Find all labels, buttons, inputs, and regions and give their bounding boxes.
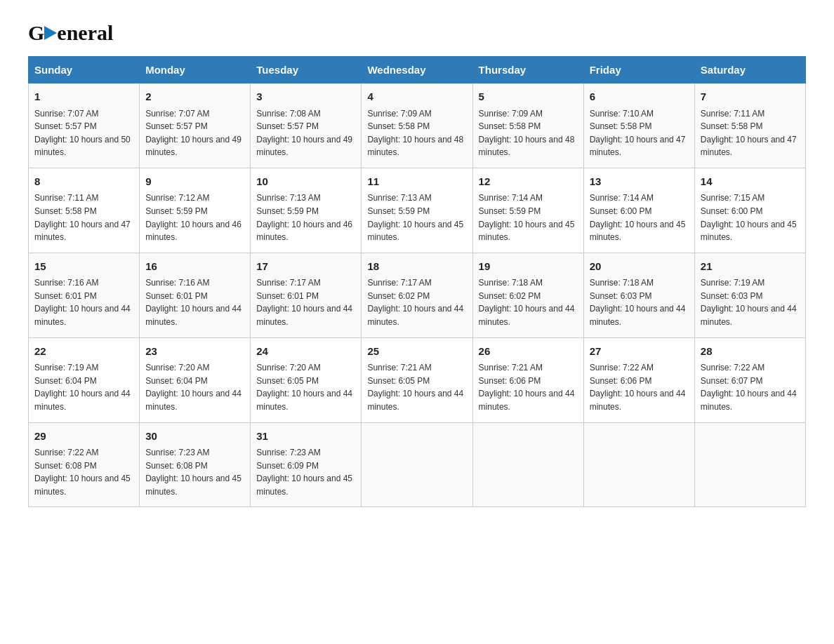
day-info: Sunrise: 7:11 AMSunset: 5:58 PMDaylight:… [34, 192, 133, 243]
calendar-week-row: 8Sunrise: 7:11 AMSunset: 5:58 PMDaylight… [29, 168, 806, 253]
calendar-cell: 15Sunrise: 7:16 AMSunset: 6:01 PMDayligh… [29, 253, 140, 337]
calendar-cell: 21Sunrise: 7:19 AMSunset: 6:03 PMDayligh… [694, 253, 805, 337]
day-number: 11 [367, 174, 466, 190]
logo: G eneral [28, 21, 113, 42]
day-info: Sunrise: 7:19 AMSunset: 6:03 PMDaylight:… [701, 276, 800, 328]
calendar-cell: 29Sunrise: 7:22 AMSunset: 6:08 PMDayligh… [29, 422, 140, 507]
day-number: 12 [479, 174, 578, 190]
day-info: Sunrise: 7:21 AMSunset: 6:06 PMDaylight:… [479, 361, 578, 413]
day-info: Sunrise: 7:15 AMSunset: 6:00 PMDaylight:… [701, 192, 800, 243]
day-info: Sunrise: 7:23 AMSunset: 6:08 PMDaylight:… [145, 446, 244, 498]
weekday-header-monday: Monday [140, 57, 251, 83]
logo-eneral-text: eneral [57, 21, 113, 45]
calendar-cell: 3Sunrise: 7:08 AMSunset: 5:57 PMDaylight… [251, 83, 362, 168]
day-info: Sunrise: 7:20 AMSunset: 6:05 PMDaylight:… [256, 361, 355, 413]
day-info: Sunrise: 7:19 AMSunset: 6:04 PMDaylight:… [34, 361, 133, 413]
calendar-cell [472, 422, 583, 507]
calendar-cell: 17Sunrise: 7:17 AMSunset: 6:01 PMDayligh… [251, 253, 362, 337]
day-info: Sunrise: 7:07 AMSunset: 5:57 PMDaylight:… [34, 107, 133, 159]
day-info: Sunrise: 7:22 AMSunset: 6:07 PMDaylight:… [701, 361, 800, 413]
calendar-cell: 31Sunrise: 7:23 AMSunset: 6:09 PMDayligh… [251, 422, 362, 507]
day-number: 19 [479, 259, 578, 275]
day-info: Sunrise: 7:18 AMSunset: 6:02 PMDaylight:… [479, 276, 578, 328]
logo-general-text: G [28, 21, 44, 45]
day-info: Sunrise: 7:11 AMSunset: 5:58 PMDaylight:… [701, 107, 800, 159]
day-info: Sunrise: 7:23 AMSunset: 6:09 PMDaylight:… [256, 446, 355, 498]
calendar-cell: 4Sunrise: 7:09 AMSunset: 5:58 PMDaylight… [362, 83, 472, 168]
weekday-header-saturday: Saturday [694, 57, 805, 83]
weekday-header-row: SundayMondayTuesdayWednesdayThursdayFrid… [29, 57, 806, 83]
day-info: Sunrise: 7:20 AMSunset: 6:04 PMDaylight:… [145, 361, 244, 413]
page-header: G eneral [28, 21, 806, 42]
day-number: 5 [479, 89, 578, 105]
calendar-cell: 20Sunrise: 7:18 AMSunset: 6:03 PMDayligh… [583, 253, 694, 337]
calendar-cell: 28Sunrise: 7:22 AMSunset: 6:07 PMDayligh… [694, 337, 805, 422]
day-number: 28 [701, 344, 800, 360]
weekday-header-wednesday: Wednesday [362, 57, 472, 83]
calendar-cell: 13Sunrise: 7:14 AMSunset: 6:00 PMDayligh… [583, 168, 694, 253]
day-number: 22 [34, 344, 133, 360]
day-info: Sunrise: 7:17 AMSunset: 6:01 PMDaylight:… [256, 276, 355, 328]
day-info: Sunrise: 7:16 AMSunset: 6:01 PMDaylight:… [145, 276, 244, 328]
day-number: 2 [145, 89, 244, 105]
day-info: Sunrise: 7:16 AMSunset: 6:01 PMDaylight:… [34, 276, 133, 328]
calendar-cell: 14Sunrise: 7:15 AMSunset: 6:00 PMDayligh… [694, 168, 805, 253]
calendar-cell: 23Sunrise: 7:20 AMSunset: 6:04 PMDayligh… [140, 337, 251, 422]
svg-marker-0 [44, 26, 57, 40]
day-number: 8 [34, 174, 133, 190]
calendar-body: 1Sunrise: 7:07 AMSunset: 5:57 PMDaylight… [29, 83, 806, 507]
day-number: 18 [367, 259, 466, 275]
calendar-cell: 11Sunrise: 7:13 AMSunset: 5:59 PMDayligh… [362, 168, 472, 253]
day-info: Sunrise: 7:09 AMSunset: 5:58 PMDaylight:… [479, 107, 578, 159]
calendar-cell: 2Sunrise: 7:07 AMSunset: 5:57 PMDaylight… [140, 83, 251, 168]
day-number: 15 [34, 259, 133, 275]
day-info: Sunrise: 7:13 AMSunset: 5:59 PMDaylight:… [256, 192, 355, 243]
day-info: Sunrise: 7:21 AMSunset: 6:05 PMDaylight:… [367, 361, 466, 413]
day-number: 25 [367, 344, 466, 360]
calendar-week-row: 1Sunrise: 7:07 AMSunset: 5:57 PMDaylight… [29, 83, 806, 168]
day-info: Sunrise: 7:14 AMSunset: 6:00 PMDaylight:… [590, 192, 689, 243]
day-info: Sunrise: 7:17 AMSunset: 6:02 PMDaylight:… [367, 276, 466, 328]
calendar-week-row: 15Sunrise: 7:16 AMSunset: 6:01 PMDayligh… [29, 253, 806, 337]
weekday-header-tuesday: Tuesday [251, 57, 362, 83]
calendar-cell: 24Sunrise: 7:20 AMSunset: 6:05 PMDayligh… [251, 337, 362, 422]
day-number: 17 [256, 259, 355, 275]
calendar-cell: 7Sunrise: 7:11 AMSunset: 5:58 PMDaylight… [694, 83, 805, 168]
day-number: 29 [34, 429, 133, 445]
day-number: 14 [701, 174, 800, 190]
calendar-cell: 16Sunrise: 7:16 AMSunset: 6:01 PMDayligh… [140, 253, 251, 337]
weekday-header-sunday: Sunday [29, 57, 140, 83]
calendar-week-row: 22Sunrise: 7:19 AMSunset: 6:04 PMDayligh… [29, 337, 806, 422]
day-number: 31 [256, 429, 355, 445]
day-info: Sunrise: 7:07 AMSunset: 5:57 PMDaylight:… [145, 107, 244, 159]
calendar-cell: 25Sunrise: 7:21 AMSunset: 6:05 PMDayligh… [362, 337, 472, 422]
day-info: Sunrise: 7:18 AMSunset: 6:03 PMDaylight:… [590, 276, 689, 328]
day-info: Sunrise: 7:12 AMSunset: 5:59 PMDaylight:… [145, 192, 244, 243]
calendar-cell: 10Sunrise: 7:13 AMSunset: 5:59 PMDayligh… [251, 168, 362, 253]
calendar-week-row: 29Sunrise: 7:22 AMSunset: 6:08 PMDayligh… [29, 422, 806, 507]
day-info: Sunrise: 7:13 AMSunset: 5:59 PMDaylight:… [367, 192, 466, 243]
calendar-table: SundayMondayTuesdayWednesdayThursdayFrid… [28, 56, 806, 507]
calendar-cell: 30Sunrise: 7:23 AMSunset: 6:08 PMDayligh… [140, 422, 251, 507]
day-info: Sunrise: 7:14 AMSunset: 5:59 PMDaylight:… [479, 192, 578, 243]
day-number: 13 [590, 174, 689, 190]
day-number: 30 [145, 429, 244, 445]
day-number: 27 [590, 344, 689, 360]
day-number: 10 [256, 174, 355, 190]
calendar-header: SundayMondayTuesdayWednesdayThursdayFrid… [29, 57, 806, 83]
calendar-cell: 9Sunrise: 7:12 AMSunset: 5:59 PMDaylight… [140, 168, 251, 253]
day-number: 4 [367, 89, 466, 105]
day-number: 23 [145, 344, 244, 360]
day-info: Sunrise: 7:22 AMSunset: 6:06 PMDaylight:… [590, 361, 689, 413]
calendar-cell: 8Sunrise: 7:11 AMSunset: 5:58 PMDaylight… [29, 168, 140, 253]
day-info: Sunrise: 7:09 AMSunset: 5:58 PMDaylight:… [367, 107, 466, 159]
calendar-cell: 19Sunrise: 7:18 AMSunset: 6:02 PMDayligh… [472, 253, 583, 337]
calendar-cell: 5Sunrise: 7:09 AMSunset: 5:58 PMDaylight… [472, 83, 583, 168]
calendar-cell: 27Sunrise: 7:22 AMSunset: 6:06 PMDayligh… [583, 337, 694, 422]
day-number: 3 [256, 89, 355, 105]
day-number: 9 [145, 174, 244, 190]
calendar-cell: 26Sunrise: 7:21 AMSunset: 6:06 PMDayligh… [472, 337, 583, 422]
calendar-cell [362, 422, 472, 507]
calendar-cell [583, 422, 694, 507]
day-number: 16 [145, 259, 244, 275]
